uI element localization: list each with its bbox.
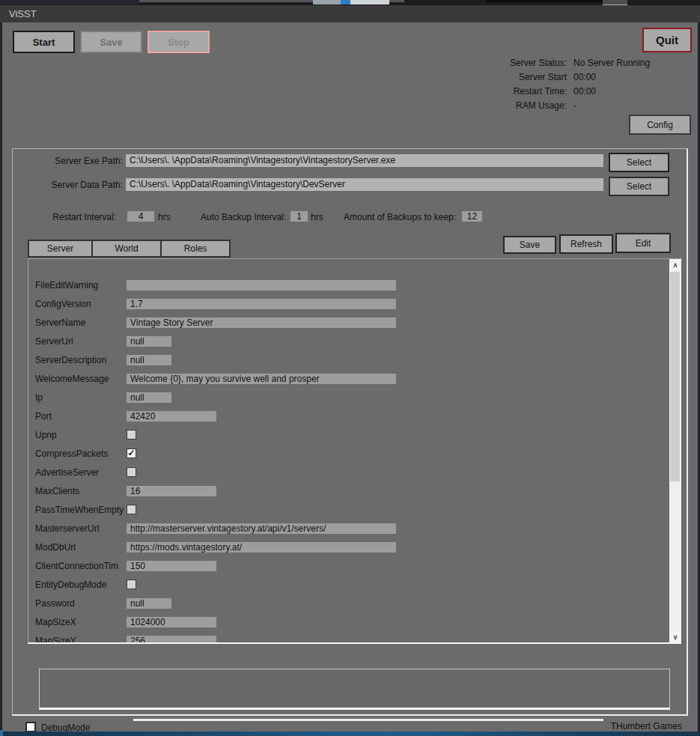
setting-name: EntityDebugMode [35, 580, 127, 590]
status-label: Server Status: [487, 58, 567, 68]
background-app-fragment [603, 0, 627, 5]
setting-name: ServerDescription [35, 355, 127, 365]
config-button[interactable]: Config [629, 115, 691, 135]
settings-row: WelcomeMessageWelcome {0}, may you survi… [35, 369, 664, 388]
setting-input[interactable]: 1024000 [127, 617, 216, 627]
backups-to-keep-input[interactable]: 12 [462, 211, 482, 222]
setting-input[interactable]: null [127, 598, 171, 609]
setting-name: MapSizeX [35, 617, 127, 627]
server-data-path-input[interactable]: C:\Users\. \AppData\Roaming\Vintagestory… [126, 178, 603, 191]
setting-input[interactable]: 42420 [127, 411, 216, 422]
settings-row: EntityDebugMode [35, 575, 664, 594]
setting-name: Ip [35, 392, 127, 403]
status-value: No Server Running [573, 58, 650, 68]
setting-name: ServerUrl [35, 336, 127, 347]
setting-checkbox[interactable]: ✓ [127, 448, 136, 458]
setting-name: FileEditWarning [35, 280, 127, 291]
settings-row: MaxClients16 [35, 481, 664, 500]
status-row: Server Status:No Server Running [487, 55, 691, 70]
setting-name: CompressPackets [35, 448, 127, 459]
save-button[interactable]: Save [80, 31, 142, 53]
scroll-down-icon[interactable]: ∨ [669, 631, 681, 643]
scrollbar[interactable]: ∧ ∨ [669, 259, 681, 643]
settings-row: MasterserverUrlhttp://masterserver.vinta… [35, 519, 664, 538]
setting-checkbox[interactable] [127, 505, 136, 514]
setting-input[interactable]: Vintage Story Server [127, 317, 396, 328]
window-left-edge [0, 22, 2, 732]
restart-interval-input[interactable]: 4 [127, 211, 154, 222]
setting-input[interactable]: 1.7 [127, 299, 396, 309]
background-app-fragment [0, 0, 139, 4]
window-title: ViSST [9, 8, 37, 19]
backup-interval-label: Auto Backup Interval: [201, 212, 286, 222]
setting-input[interactable]: Welcome {0}, may you survive well and pr… [127, 374, 396, 384]
refresh-button[interactable]: Refresh [559, 234, 613, 254]
status-label: Server Start [487, 72, 567, 82]
setting-input[interactable]: null [127, 355, 171, 365]
setting-name: ConfigVersion [35, 299, 127, 309]
status-row: Server Start00:00 [487, 70, 691, 84]
status-value: 00:00 [573, 72, 596, 82]
setting-name: Port [35, 411, 127, 422]
setting-name: WelcomeMessage [35, 374, 127, 384]
background-app-fragment [350, 0, 389, 4]
taskbar-strip [0, 732, 700, 736]
setting-input[interactable]: 150 [127, 561, 216, 571]
scrollbar-thumb[interactable] [670, 272, 681, 481]
setting-input[interactable]: null [127, 336, 171, 347]
settings-row: ServerDescriptionnull [35, 350, 664, 369]
status-label: RAM Usage: [487, 100, 567, 111]
backup-interval-input[interactable]: 1 [290, 211, 308, 222]
settings-row: FileEditWarning [35, 276, 664, 294]
settings-list: FileEditWarningConfigVersion1.7ServerNam… [28, 258, 681, 644]
setting-checkbox[interactable] [127, 430, 136, 440]
server-exe-path-input[interactable]: C:\Users\. \AppData\Roaming\Vintagestory… [126, 154, 603, 167]
status-value: 00:00 [573, 86, 596, 97]
setting-input[interactable]: http://masterserver.vintagestory.at/api/… [127, 523, 396, 534]
setting-checkbox[interactable] [127, 580, 136, 589]
server-status-block: Server Status:No Server RunningServer St… [487, 55, 691, 112]
settings-row: Ipnull [35, 388, 664, 407]
settings-row: ConfigVersion1.7 [35, 294, 664, 313]
settings-row: CompressPackets✓ [35, 444, 664, 463]
setting-input[interactable] [127, 280, 396, 291]
server-data-path-label: Server Data Path: [45, 180, 123, 190]
settings-rows: FileEditWarningConfigVersion1.7ServerNam… [35, 276, 664, 644]
setting-checkbox[interactable] [127, 467, 136, 477]
titlebar[interactable]: ViSST [0, 5, 700, 22]
setting-input[interactable]: 256 [127, 636, 216, 645]
setting-input[interactable]: null [127, 392, 171, 403]
setting-name: ServerName [35, 317, 127, 328]
settings-row: ServerUrlnull [35, 332, 664, 350]
setting-name: MapSizeY [35, 636, 127, 645]
background-app-fragment [341, 0, 350, 4]
status-label: Restart Time: [487, 86, 567, 97]
edit-button[interactable]: Edit [615, 233, 671, 253]
status-value: - [573, 100, 576, 111]
restart-interval-label: Restart Interval: [45, 212, 116, 222]
tab-server[interactable]: Server [28, 240, 93, 258]
debug-mode-checkbox[interactable] [25, 722, 36, 732]
status-row: Restart Time:00:00 [487, 84, 691, 98]
select-data-path-button[interactable]: Select [609, 177, 669, 196]
settings-row: ModDbUrlhttps://mods.vintagestory.at/ [35, 538, 664, 556]
tab-roles[interactable]: Roles [160, 240, 231, 258]
scroll-up-icon[interactable]: ∧ [669, 259, 681, 271]
tab-world[interactable]: World [91, 240, 162, 258]
settings-row: PassTimeWhenEmpty [35, 500, 664, 519]
restart-interval-unit: hrs [158, 212, 171, 222]
setting-name: MasterserverUrl [35, 523, 127, 534]
quit-button[interactable]: Quit [642, 28, 692, 52]
settings-row: Passwordnull [35, 594, 664, 612]
settings-row: ClientConnectionTim150 [35, 556, 664, 575]
brand-text: THumbert Games [457, 721, 682, 732]
settings-row: MapSizeY256 [35, 631, 664, 644]
stop-button[interactable]: Stop [147, 31, 210, 53]
status-row: RAM Usage:- [487, 98, 691, 112]
start-button[interactable]: Start [13, 31, 75, 53]
select-exe-path-button[interactable]: Select [609, 153, 669, 172]
setting-input[interactable]: https://mods.vintagestory.at/ [127, 542, 396, 553]
setting-name: Password [35, 598, 127, 609]
setting-input[interactable]: 16 [127, 486, 216, 496]
save-config-button[interactable]: Save [503, 236, 556, 254]
